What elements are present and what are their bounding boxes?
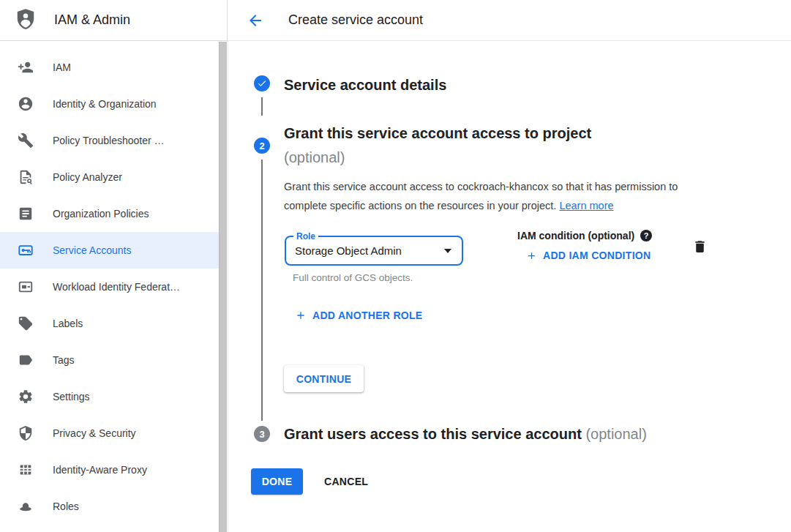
step3-optional-label: (optional) bbox=[585, 426, 646, 442]
step3-title-text: Grant users access to this service accou… bbox=[284, 426, 582, 442]
sidebar-item-label: Settings bbox=[53, 391, 90, 402]
add-another-role-button[interactable]: ADD ANOTHER ROLE bbox=[295, 310, 423, 321]
step1-title: Service account details bbox=[284, 73, 446, 97]
dropdown-arrow-icon bbox=[444, 249, 451, 253]
step1-complete-icon bbox=[254, 75, 270, 91]
sidebar-item-privacy-security[interactable]: Privacy & Security bbox=[0, 415, 219, 452]
sidebar-item-policy-analyzer[interactable]: Policy Analyzer bbox=[0, 159, 219, 195]
cancel-button[interactable]: CANCEL bbox=[312, 468, 380, 495]
sidebar-item-iam[interactable]: IAM bbox=[0, 49, 219, 86]
add-iam-condition-label: ADD IAM CONDITION bbox=[543, 250, 651, 261]
sidebar-item-label: Service Accounts bbox=[53, 244, 131, 256]
hat-icon bbox=[18, 498, 34, 514]
step3-number-badge: 3 bbox=[254, 426, 270, 442]
sidebar-item-policy-troubleshooter[interactable]: Policy Troubleshooter … bbox=[0, 122, 219, 159]
iam-condition-label: IAM condition (optional) bbox=[517, 230, 634, 241]
wrench-icon bbox=[18, 132, 34, 149]
half-shield-icon bbox=[18, 425, 34, 441]
step3-title: Grant users access to this service accou… bbox=[284, 422, 647, 446]
sidebar-item-label: Identity-Aware Proxy bbox=[53, 464, 147, 476]
step2-number-badge: 2 bbox=[254, 138, 270, 154]
add-another-role-label: ADD ANOTHER ROLE bbox=[312, 310, 423, 321]
page-title: Create service account bbox=[288, 12, 423, 28]
step2-title-text: Grant this service account access to pro… bbox=[284, 125, 591, 141]
top-header: IAM & Admin Create service account bbox=[0, 0, 791, 41]
sidebar-item-label: Workload Identity Federat… bbox=[53, 281, 180, 293]
sidebar-item-label: Organization Policies bbox=[53, 208, 149, 220]
sidebar-item-service-accounts[interactable]: Service Accounts bbox=[0, 232, 219, 269]
account-circle-icon bbox=[18, 96, 34, 112]
sidebar-item-identity-aware-proxy[interactable]: Identity-Aware Proxy bbox=[0, 452, 219, 488]
person-add-icon bbox=[18, 59, 34, 75]
step3-number: 3 bbox=[259, 429, 264, 440]
step2-description: Grant this service account access to coc… bbox=[284, 178, 716, 215]
learn-more-link[interactable]: Learn more bbox=[559, 200, 613, 211]
role-select[interactable]: Role Storage Object Admin bbox=[285, 236, 463, 266]
done-button[interactable]: DONE bbox=[251, 468, 303, 495]
sidebar-item-identity-organization[interactable]: Identity & Organization bbox=[0, 86, 219, 122]
policy-analyzer-icon bbox=[18, 169, 34, 185]
iam-admin-shield-icon bbox=[15, 6, 37, 35]
plus-icon bbox=[526, 250, 537, 261]
service-account-icon bbox=[18, 242, 34, 258]
sidebar-item-roles[interactable]: Roles bbox=[0, 488, 219, 525]
step-connector bbox=[261, 160, 263, 421]
label-icon bbox=[18, 352, 34, 368]
sidebar-item-label: Policy Troubleshooter … bbox=[53, 135, 165, 146]
sidebar-item-label: IAM bbox=[53, 61, 71, 73]
sidebar-scrollbar[interactable] bbox=[219, 42, 227, 532]
create-service-account-page: IAM & Admin Create service account IAM I… bbox=[0, 0, 791, 532]
iam-condition-label-row: IAM condition (optional) ? bbox=[517, 230, 652, 241]
gear-icon bbox=[18, 389, 34, 405]
card-icon bbox=[18, 279, 34, 295]
continue-button[interactable]: CONTINUE bbox=[284, 365, 364, 392]
document-icon bbox=[18, 206, 34, 222]
back-arrow-icon[interactable] bbox=[247, 12, 264, 29]
plus-icon bbox=[295, 310, 307, 321]
trash-icon bbox=[692, 239, 708, 255]
sidebar-item-settings[interactable]: Settings bbox=[0, 378, 219, 415]
step2-title: Grant this service account access to pro… bbox=[284, 121, 591, 170]
role-helper-text: Full control of GCS objects. bbox=[293, 272, 413, 283]
help-icon[interactable]: ? bbox=[640, 230, 652, 241]
sidebar-item-label: Labels bbox=[53, 318, 83, 329]
delete-role-button[interactable] bbox=[692, 239, 708, 257]
step2-description-text: Grant this service account access to coc… bbox=[284, 181, 678, 211]
sidebar-item-workload-identity-federation[interactable]: Workload Identity Federat… bbox=[0, 269, 219, 305]
role-selected-value: Storage Object Admin bbox=[295, 244, 444, 257]
step2-optional-label: (optional) bbox=[284, 149, 345, 165]
iam-admin-sidebar: IAM Identity & Organization Policy Troub… bbox=[0, 41, 219, 532]
role-field-label: Role bbox=[293, 231, 318, 241]
header-product-section: IAM & Admin bbox=[0, 0, 228, 41]
step-connector bbox=[261, 97, 263, 116]
sidebar-item-label: Identity & Organization bbox=[53, 98, 157, 110]
sidebar-item-label: Roles bbox=[53, 501, 79, 512]
add-iam-condition-button[interactable]: ADD IAM CONDITION bbox=[526, 250, 651, 261]
tag-icon bbox=[18, 315, 34, 331]
create-service-account-form: Service account details 2 Grant this ser… bbox=[228, 41, 791, 532]
sidebar-item-labels[interactable]: Labels bbox=[0, 305, 219, 342]
proxy-icon bbox=[18, 462, 34, 478]
header-page-section: Create service account bbox=[228, 0, 791, 41]
step2-number: 2 bbox=[259, 141, 264, 151]
sidebar-item-label: Tags bbox=[53, 354, 75, 366]
sidebar-item-label: Privacy & Security bbox=[53, 427, 136, 439]
app-title: IAM & Admin bbox=[54, 12, 130, 28]
sidebar-item-tags[interactable]: Tags bbox=[0, 342, 219, 378]
sidebar-item-label: Policy Analyzer bbox=[53, 171, 122, 183]
sidebar-item-organization-policies[interactable]: Organization Policies bbox=[0, 195, 219, 232]
